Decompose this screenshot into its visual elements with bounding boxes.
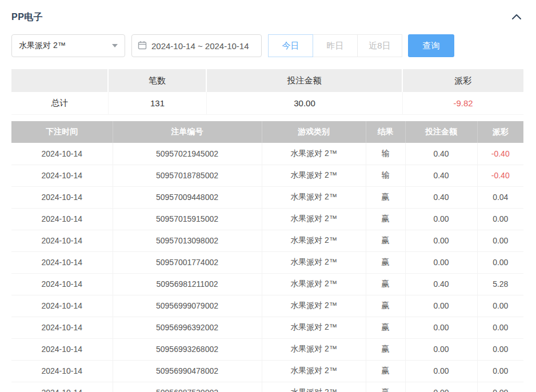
cell-time: 2024-10-14	[11, 208, 113, 230]
cell-bet: 0.00	[405, 317, 477, 338]
collapse-button[interactable]	[510, 10, 523, 24]
calendar-icon	[138, 41, 147, 51]
summary-header-row: 笔数 投注金额 派彩	[11, 69, 523, 92]
cell-payout: 0.00	[477, 360, 523, 382]
cell-payout: -0.40	[477, 165, 523, 186]
table-row: 2024-10-1450956990478002水果派对 2™赢0.000.00	[11, 360, 523, 382]
cell-result: 输	[366, 143, 405, 165]
cell-order-id: 50956996392002	[113, 317, 262, 338]
chevron-up-icon	[511, 13, 522, 22]
cell-payout: 0.00	[477, 251, 523, 273]
cell-payout: 0.00	[477, 338, 523, 360]
cell-game: 水果派对 2™	[262, 382, 366, 392]
cell-game: 水果派对 2™	[262, 338, 366, 360]
cell-game: 水果派对 2™	[262, 165, 366, 186]
cell-result: 赢	[366, 208, 405, 230]
cell-result: 赢	[366, 338, 405, 360]
col-bet-amount: 投注金额	[405, 121, 477, 143]
cell-time: 2024-10-14	[11, 143, 113, 165]
cell-time: 2024-10-14	[11, 165, 113, 186]
table-row: 2024-10-1450956999079002水果派对 2™赢0.000.00	[11, 295, 523, 317]
cell-order-id: 50956990478002	[113, 360, 262, 382]
cell-bet: 0.40	[405, 143, 477, 165]
cell-payout: 0.00	[477, 208, 523, 230]
cell-time: 2024-10-14	[11, 338, 113, 360]
summary-header-blank	[11, 69, 109, 92]
cell-order-id: 50956999079002	[113, 295, 262, 317]
cell-time: 2024-10-14	[11, 251, 113, 273]
range-today-button[interactable]: 今日	[268, 34, 313, 57]
cell-result: 赢	[366, 360, 405, 382]
cell-result: 赢	[366, 317, 405, 338]
table-row: 2024-10-1450957001774002水果派对 2™赢0.000.00	[11, 251, 523, 273]
cell-bet: 0.00	[405, 382, 477, 392]
game-select-value: 水果派对 2™	[19, 41, 66, 51]
cell-result: 赢	[366, 382, 405, 392]
cell-order-id: 50957021945002	[113, 143, 262, 165]
cell-bet: 0.00	[405, 360, 477, 382]
summary-total-row: 总计 131 30.00 -9.82	[11, 92, 523, 115]
cell-result: 赢	[366, 251, 405, 273]
cell-result: 赢	[366, 230, 405, 251]
panel-header: PP电子	[11, 7, 523, 27]
game-select[interactable]: 水果派对 2™	[11, 34, 125, 57]
cell-game: 水果派对 2™	[262, 273, 366, 295]
col-bet-time: 下注时间	[11, 121, 113, 143]
cell-time: 2024-10-14	[11, 295, 113, 317]
cell-game: 水果派对 2™	[262, 230, 366, 251]
search-button[interactable]: 查询	[408, 34, 454, 57]
cell-order-id: 50957018785002	[113, 165, 262, 186]
quick-range-group: 今日 昨日 近8日	[268, 34, 402, 57]
cell-time: 2024-10-14	[11, 273, 113, 295]
cell-result: 输	[366, 165, 405, 186]
summary-header-bet-amount: 投注金额	[207, 69, 403, 92]
table-row: 2024-10-1450957018785002水果派对 2™输0.40-0.4…	[11, 165, 523, 186]
range-yesterday-button[interactable]: 昨日	[313, 34, 358, 57]
summary-header-count: 笔数	[109, 69, 207, 92]
caret-down-icon	[112, 44, 118, 47]
cell-order-id: 50956981211002	[113, 273, 262, 295]
table-row: 2024-10-1450957009448002水果派对 2™赢0.400.04	[11, 186, 523, 208]
summary-total-bet-amount: 30.00	[207, 92, 403, 115]
cell-order-id: 50956993268002	[113, 338, 262, 360]
cell-order-id: 50957015915002	[113, 208, 262, 230]
records-panel: PP电子 水果派对 2™ 2024-10-14 ~ 2024-10-14 今日 …	[0, 0, 536, 392]
cell-bet: 0.00	[405, 251, 477, 273]
summary-total-count: 131	[109, 92, 207, 115]
table-row: 2024-10-1450957015915002水果派对 2™赢0.000.00	[11, 208, 523, 230]
page-title: PP电子	[11, 11, 43, 23]
filter-bar: 水果派对 2™ 2024-10-14 ~ 2024-10-14 今日 昨日 近8…	[11, 34, 523, 57]
cell-time: 2024-10-14	[11, 186, 113, 208]
col-order-id: 注单编号	[113, 121, 262, 143]
date-range-value: 2024-10-14 ~ 2024-10-14	[151, 41, 249, 51]
cell-order-id: 50957013098002	[113, 230, 262, 251]
date-range-input[interactable]: 2024-10-14 ~ 2024-10-14	[131, 34, 262, 57]
cell-order-id: 50957001774002	[113, 251, 262, 273]
cell-payout: 0.00	[477, 295, 523, 317]
col-game-type: 游戏类别	[262, 121, 366, 143]
cell-result: 赢	[366, 273, 405, 295]
cell-result: 赢	[366, 295, 405, 317]
bet-table-header-row: 下注时间 注单编号 游戏类别 结果 投注金额 派彩	[11, 121, 523, 143]
cell-result: 赢	[366, 186, 405, 208]
cell-payout: 0.00	[477, 382, 523, 392]
table-row: 2024-10-1450956981211002水果派对 2™赢0.405.28	[11, 273, 523, 295]
cell-game: 水果派对 2™	[262, 295, 366, 317]
cell-bet: 0.40	[405, 165, 477, 186]
bet-table: 下注时间 注单编号 游戏类别 结果 投注金额 派彩 2024-10-145095…	[11, 121, 523, 392]
col-result: 结果	[366, 121, 405, 143]
cell-payout: 5.28	[477, 273, 523, 295]
cell-game: 水果派对 2™	[262, 143, 366, 165]
cell-order-id: 50956987530002	[113, 382, 262, 392]
range-last8-button[interactable]: 近8日	[357, 34, 402, 57]
summary-table: 笔数 投注金额 派彩 总计 131 30.00 -9.82	[11, 69, 523, 115]
cell-game: 水果派对 2™	[262, 186, 366, 208]
summary-total-payout: -9.82	[403, 92, 523, 115]
summary-header-payout: 派彩	[403, 69, 523, 92]
cell-payout: 0.00	[477, 317, 523, 338]
cell-bet: 0.00	[405, 295, 477, 317]
cell-time: 2024-10-14	[11, 382, 113, 392]
cell-payout: 0.04	[477, 186, 523, 208]
bet-table-head: 下注时间 注单编号 游戏类别 结果 投注金额 派彩	[11, 121, 523, 143]
cell-game: 水果派对 2™	[262, 360, 366, 382]
